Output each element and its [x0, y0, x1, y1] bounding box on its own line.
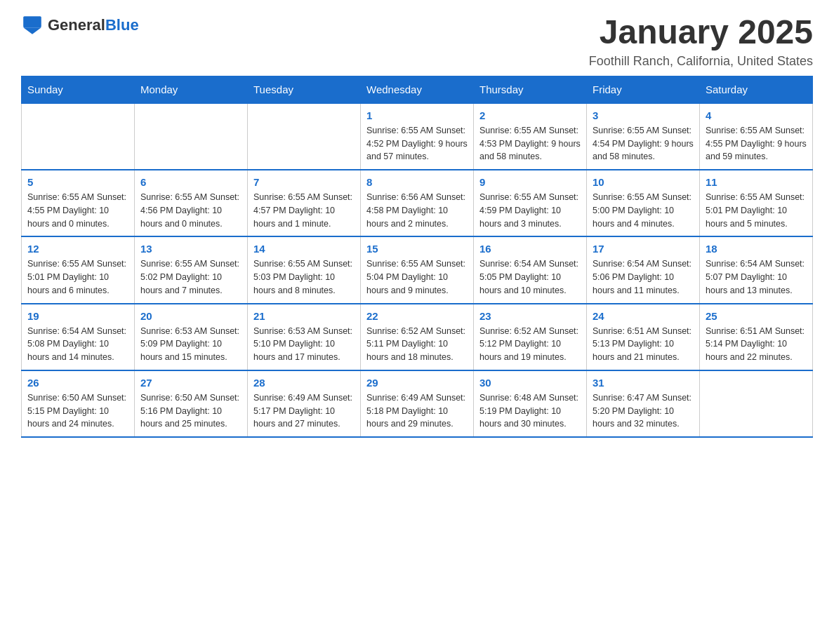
calendar-cell: 25Sunrise: 6:51 AM Sunset: 5:14 PM Dayli… [700, 304, 813, 370]
day-number: 14 [253, 243, 355, 255]
day-info: Sunrise: 6:55 AM Sunset: 5:02 PM Dayligh… [140, 257, 241, 297]
day-number: 6 [140, 176, 241, 188]
day-number: 7 [253, 176, 355, 188]
calendar-cell: 1Sunrise: 6:55 AM Sunset: 4:52 PM Daylig… [361, 103, 474, 170]
calendar-cell: 15Sunrise: 6:55 AM Sunset: 5:04 PM Dayli… [361, 236, 474, 303]
day-number: 4 [706, 109, 807, 121]
calendar-cell: 9Sunrise: 6:55 AM Sunset: 4:59 PM Daylig… [474, 170, 587, 236]
calendar-week-row: 1Sunrise: 6:55 AM Sunset: 4:52 PM Daylig… [22, 103, 813, 170]
day-number: 20 [140, 310, 241, 322]
day-number: 12 [27, 243, 128, 255]
day-number: 10 [593, 176, 694, 188]
day-info: Sunrise: 6:49 AM Sunset: 5:18 PM Dayligh… [366, 391, 468, 431]
day-info: Sunrise: 6:54 AM Sunset: 5:08 PM Dayligh… [27, 325, 128, 364]
calendar-week-row: 26Sunrise: 6:50 AM Sunset: 5:15 PM Dayli… [22, 370, 813, 437]
calendar-cell: 26Sunrise: 6:50 AM Sunset: 5:15 PM Dayli… [22, 370, 135, 437]
calendar-cell: 14Sunrise: 6:55 AM Sunset: 5:03 PM Dayli… [248, 236, 361, 303]
weekday-header-saturday: Saturday [700, 76, 813, 103]
day-info: Sunrise: 6:54 AM Sunset: 5:06 PM Dayligh… [593, 257, 694, 297]
day-info: Sunrise: 6:55 AM Sunset: 4:55 PM Dayligh… [706, 124, 807, 163]
day-info: Sunrise: 6:55 AM Sunset: 4:56 PM Dayligh… [140, 191, 241, 230]
calendar-cell: 11Sunrise: 6:55 AM Sunset: 5:01 PM Dayli… [700, 170, 813, 236]
day-info: Sunrise: 6:55 AM Sunset: 4:57 PM Dayligh… [253, 191, 355, 230]
day-info: Sunrise: 6:54 AM Sunset: 5:07 PM Dayligh… [706, 257, 807, 297]
day-number: 18 [706, 243, 807, 255]
day-number: 17 [593, 243, 694, 255]
day-number: 28 [253, 377, 355, 389]
logo-icon [21, 14, 44, 36]
calendar-cell: 23Sunrise: 6:52 AM Sunset: 5:12 PM Dayli… [474, 304, 587, 370]
day-info: Sunrise: 6:55 AM Sunset: 5:01 PM Dayligh… [27, 257, 128, 297]
day-number: 22 [366, 310, 468, 322]
day-info: Sunrise: 6:50 AM Sunset: 5:16 PM Dayligh… [140, 391, 241, 431]
calendar-cell: 16Sunrise: 6:54 AM Sunset: 5:05 PM Dayli… [474, 236, 587, 303]
day-number: 3 [593, 109, 694, 121]
calendar-week-row: 5Sunrise: 6:55 AM Sunset: 4:55 PM Daylig… [22, 170, 813, 236]
svg-rect-0 [23, 16, 41, 27]
day-number: 16 [479, 243, 581, 255]
calendar-cell [22, 103, 135, 170]
day-info: Sunrise: 6:50 AM Sunset: 5:15 PM Dayligh… [27, 391, 128, 431]
day-info: Sunrise: 6:55 AM Sunset: 4:55 PM Dayligh… [27, 191, 128, 230]
calendar-cell: 18Sunrise: 6:54 AM Sunset: 5:07 PM Dayli… [700, 236, 813, 303]
day-info: Sunrise: 6:49 AM Sunset: 5:17 PM Dayligh… [253, 391, 355, 431]
day-info: Sunrise: 6:51 AM Sunset: 5:13 PM Dayligh… [593, 325, 694, 364]
calendar-cell: 30Sunrise: 6:48 AM Sunset: 5:19 PM Dayli… [474, 370, 587, 437]
calendar-cell: 29Sunrise: 6:49 AM Sunset: 5:18 PM Dayli… [361, 370, 474, 437]
calendar-cell: 22Sunrise: 6:52 AM Sunset: 5:11 PM Dayli… [361, 304, 474, 370]
day-number: 15 [366, 243, 468, 255]
day-info: Sunrise: 6:55 AM Sunset: 4:59 PM Dayligh… [479, 191, 581, 230]
day-number: 1 [366, 109, 468, 121]
day-number: 13 [140, 243, 241, 255]
calendar-cell: 3Sunrise: 6:55 AM Sunset: 4:54 PM Daylig… [587, 103, 700, 170]
day-info: Sunrise: 6:53 AM Sunset: 5:09 PM Dayligh… [140, 325, 241, 364]
logo: GeneralBlue [21, 14, 139, 36]
weekday-header-sunday: Sunday [22, 76, 135, 103]
calendar-cell: 19Sunrise: 6:54 AM Sunset: 5:08 PM Dayli… [22, 304, 135, 370]
calendar-cell: 10Sunrise: 6:55 AM Sunset: 5:00 PM Dayli… [587, 170, 700, 236]
calendar-week-row: 12Sunrise: 6:55 AM Sunset: 5:01 PM Dayli… [22, 236, 813, 303]
day-info: Sunrise: 6:55 AM Sunset: 5:04 PM Dayligh… [366, 257, 468, 297]
location: Foothill Ranch, California, United State… [589, 54, 813, 69]
day-info: Sunrise: 6:55 AM Sunset: 4:52 PM Dayligh… [366, 124, 468, 163]
day-info: Sunrise: 6:54 AM Sunset: 5:05 PM Dayligh… [479, 257, 581, 297]
day-number: 9 [479, 176, 581, 188]
weekday-header-friday: Friday [587, 76, 700, 103]
day-info: Sunrise: 6:55 AM Sunset: 5:01 PM Dayligh… [706, 191, 807, 230]
day-number: 24 [593, 310, 694, 322]
day-number: 31 [593, 377, 694, 389]
day-number: 21 [253, 310, 355, 322]
calendar-cell [700, 370, 813, 437]
calendar-cell: 27Sunrise: 6:50 AM Sunset: 5:16 PM Dayli… [135, 370, 248, 437]
day-number: 26 [27, 377, 128, 389]
logo-general: General [48, 16, 105, 34]
calendar-cell [248, 103, 361, 170]
day-info: Sunrise: 6:55 AM Sunset: 5:00 PM Dayligh… [593, 191, 694, 230]
calendar-cell: 21Sunrise: 6:53 AM Sunset: 5:10 PM Dayli… [248, 304, 361, 370]
calendar-cell [135, 103, 248, 170]
calendar-cell: 2Sunrise: 6:55 AM Sunset: 4:53 PM Daylig… [474, 103, 587, 170]
day-number: 25 [706, 310, 807, 322]
calendar-cell: 5Sunrise: 6:55 AM Sunset: 4:55 PM Daylig… [22, 170, 135, 236]
calendar-cell: 7Sunrise: 6:55 AM Sunset: 4:57 PM Daylig… [248, 170, 361, 236]
day-info: Sunrise: 6:52 AM Sunset: 5:11 PM Dayligh… [366, 325, 468, 364]
day-number: 30 [479, 377, 581, 389]
calendar-cell: 28Sunrise: 6:49 AM Sunset: 5:17 PM Dayli… [248, 370, 361, 437]
page-header: GeneralBlue January 2025 Foothill Ranch,… [21, 14, 813, 69]
day-info: Sunrise: 6:55 AM Sunset: 5:03 PM Dayligh… [253, 257, 355, 297]
day-number: 8 [366, 176, 468, 188]
day-number: 5 [27, 176, 128, 188]
weekday-header-wednesday: Wednesday [361, 76, 474, 103]
calendar-cell: 24Sunrise: 6:51 AM Sunset: 5:13 PM Dayli… [587, 304, 700, 370]
calendar-cell: 6Sunrise: 6:55 AM Sunset: 4:56 PM Daylig… [135, 170, 248, 236]
calendar-cell: 12Sunrise: 6:55 AM Sunset: 5:01 PM Dayli… [22, 236, 135, 303]
calendar-header-row: SundayMondayTuesdayWednesdayThursdayFrid… [22, 76, 813, 103]
day-number: 11 [706, 176, 807, 188]
day-number: 19 [27, 310, 128, 322]
day-info: Sunrise: 6:55 AM Sunset: 4:54 PM Dayligh… [593, 124, 694, 163]
calendar-cell: 17Sunrise: 6:54 AM Sunset: 5:06 PM Dayli… [587, 236, 700, 303]
day-number: 2 [479, 109, 581, 121]
calendar-cell: 13Sunrise: 6:55 AM Sunset: 5:02 PM Dayli… [135, 236, 248, 303]
calendar-cell: 4Sunrise: 6:55 AM Sunset: 4:55 PM Daylig… [700, 103, 813, 170]
title-block: January 2025 Foothill Ranch, California,… [589, 14, 813, 69]
